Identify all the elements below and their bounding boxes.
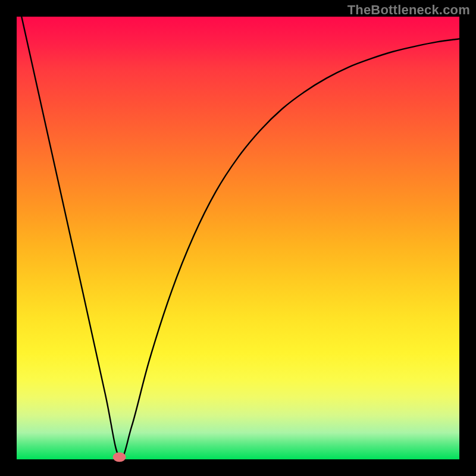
min-marker xyxy=(113,452,126,462)
bottleneck-curve xyxy=(17,0,459,458)
watermark-text: TheBottleneck.com xyxy=(347,2,470,18)
plot-area xyxy=(17,17,459,459)
chart-svg xyxy=(17,17,459,459)
chart-stage: TheBottleneck.com xyxy=(0,0,476,476)
